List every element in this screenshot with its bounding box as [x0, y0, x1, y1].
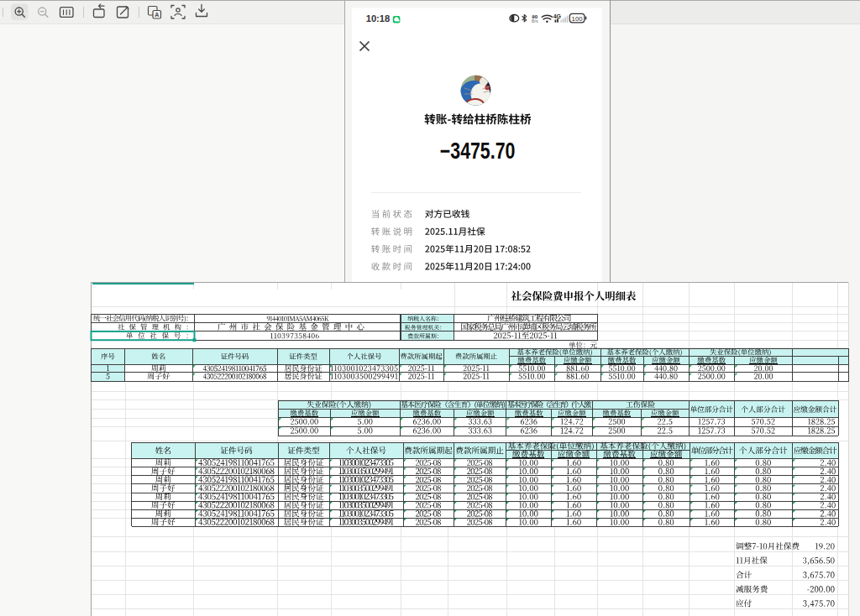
- svg-text:A: A: [155, 12, 159, 18]
- svg-text:B/s: B/s: [532, 18, 538, 23]
- svg-text:4G: 4G: [553, 13, 562, 19]
- svg-text:−3475.70: −3475.70: [440, 138, 516, 164]
- svg-text:100: 100: [572, 15, 583, 23]
- svg-text:10:18: 10:18: [366, 13, 391, 23]
